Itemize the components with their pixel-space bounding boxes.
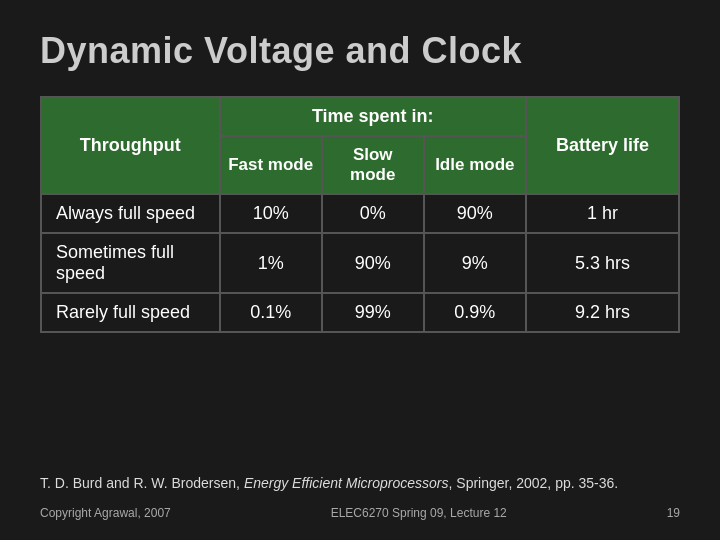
table-row: Rarely full speed 0.1% 99% 0.9% 9.2 hrs xyxy=(41,293,679,332)
table-row: Sometimes full speed 1% 90% 9% 5.3 hrs xyxy=(41,233,679,293)
row-slow-0: 0% xyxy=(322,194,424,233)
footer-page: 19 xyxy=(667,506,680,520)
row-label-2: Rarely full speed xyxy=(41,293,220,332)
row-slow-2: 99% xyxy=(322,293,424,332)
row-idle-0: 90% xyxy=(424,194,526,233)
citation: T. D. Burd and R. W. Brodersen, Energy E… xyxy=(40,473,680,494)
table-row: Always full speed 10% 0% 90% 1 hr xyxy=(41,194,679,233)
row-fast-2: 0.1% xyxy=(220,293,322,332)
row-fast-0: 10% xyxy=(220,194,322,233)
row-slow-1: 90% xyxy=(322,233,424,293)
row-idle-2: 0.9% xyxy=(424,293,526,332)
row-battery-0: 1 hr xyxy=(526,194,679,233)
time-spent-header: Time spent in: xyxy=(220,97,526,136)
row-label-0: Always full speed xyxy=(41,194,220,233)
row-battery-2: 9.2 hrs xyxy=(526,293,679,332)
row-idle-1: 9% xyxy=(424,233,526,293)
throughput-header: Throughput xyxy=(41,97,220,194)
fast-mode-header: Fast mode xyxy=(220,136,322,194)
idle-mode-header: Idle mode xyxy=(424,136,526,194)
slide: Dynamic Voltage and Clock Throughput Tim… xyxy=(0,0,720,540)
footer: Copyright Agrawal, 2007 ELEC6270 Spring … xyxy=(40,506,680,520)
table-body: Always full speed 10% 0% 90% 1 hr Someti… xyxy=(41,194,679,332)
row-label-1: Sometimes full speed xyxy=(41,233,220,293)
row-fast-1: 1% xyxy=(220,233,322,293)
row-battery-1: 5.3 hrs xyxy=(526,233,679,293)
main-table: Throughput Time spent in: Battery life F… xyxy=(40,96,680,333)
slow-mode-header: Slow mode xyxy=(322,136,424,194)
table-container: Throughput Time spent in: Battery life F… xyxy=(40,96,680,459)
battery-life-header: Battery life xyxy=(526,97,679,194)
footer-copyright: Copyright Agrawal, 2007 xyxy=(40,506,171,520)
table-header-top: Throughput Time spent in: Battery life xyxy=(41,97,679,136)
footer-course: ELEC6270 Spring 09, Lecture 12 xyxy=(331,506,507,520)
page-title: Dynamic Voltage and Clock xyxy=(40,30,680,72)
citation-text: T. D. Burd and R. W. Brodersen, Energy E… xyxy=(40,475,618,491)
